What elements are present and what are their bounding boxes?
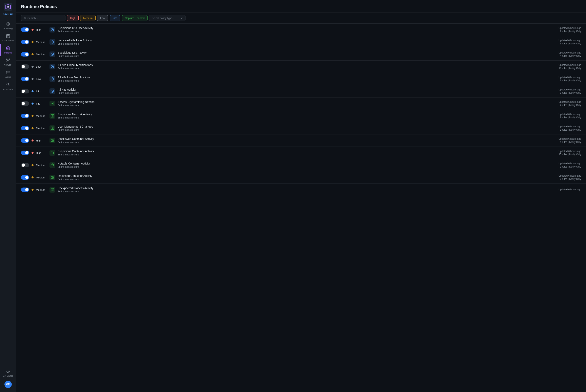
- category-icon: [50, 52, 55, 57]
- category-icon: [50, 138, 55, 143]
- sidebar-item-network[interactable]: Network: [0, 56, 16, 68]
- policy-toggle[interactable]: [21, 126, 29, 130]
- category-icon: [50, 174, 55, 180]
- policy-toggle[interactable]: [21, 188, 29, 192]
- filter-low-button[interactable]: Low: [97, 15, 108, 21]
- policy-name: Suspicious K8s User Activity: [58, 26, 556, 30]
- scan-icon: [6, 22, 11, 26]
- svg-line-18: [7, 59, 8, 60]
- sidebar-item-scanning[interactable]: Scanning: [0, 20, 16, 32]
- policy-toggle[interactable]: [21, 64, 29, 69]
- svg-point-32: [52, 42, 53, 42]
- app-logo[interactable]: [3, 2, 13, 12]
- investigate-icon: [6, 82, 11, 87]
- svg-point-17: [9, 61, 10, 62]
- policy-scope: Entire Infrastructure: [58, 153, 556, 156]
- severity-dot: [32, 102, 34, 104]
- policy-row[interactable]: Medium Inadvised K8s User Activity Entir…: [16, 36, 586, 48]
- policy-toggle[interactable]: [21, 114, 29, 118]
- filter-medium-button[interactable]: Medium: [80, 15, 96, 21]
- policy-row[interactable]: High Suspicious Container Activity Entir…: [16, 147, 586, 159]
- policy-type-select[interactable]: Select policy type...: [149, 15, 185, 21]
- policy-rules: 10 rules | Notify Only: [558, 67, 581, 70]
- policy-toggle[interactable]: [21, 28, 29, 32]
- policy-rules: 6 rules | Notify Only: [558, 42, 581, 45]
- policy-row[interactable]: Medium Unexpected Process Activity Entir…: [16, 184, 586, 196]
- policy-meta: Updated 6 hours ago 6 rules | Notify Onl…: [558, 76, 581, 82]
- policy-meta: Updated 6 hours ago 10 rules | Notify On…: [558, 64, 581, 70]
- severity-label: Medium: [36, 114, 47, 118]
- policy-row[interactable]: Info All K8s Activity Entire Infrastruct…: [16, 85, 586, 98]
- policy-row[interactable]: Medium Suspicious Network Activity Entir…: [16, 110, 586, 122]
- svg-line-21: [9, 61, 9, 61]
- sidebar-item-label: Policies: [4, 52, 12, 54]
- policy-info: Suspicious Container Activity Entire Inf…: [58, 150, 556, 156]
- policy-row[interactable]: Low All K8s Object Modifications Entire …: [16, 60, 586, 73]
- search-input[interactable]: [28, 16, 63, 20]
- policy-scope: Entire Infrastructure: [58, 92, 556, 94]
- policy-name: Suspicious Network Activity: [58, 113, 556, 116]
- sidebar-item-label: Compliance: [2, 39, 14, 42]
- sidebar-item-events[interactable]: Events: [0, 68, 16, 80]
- svg-line-20: [7, 61, 8, 61]
- policy-toggle[interactable]: [21, 52, 29, 56]
- sidebar-bottom: Get Started OR: [0, 367, 16, 390]
- policy-toggle[interactable]: [21, 150, 29, 155]
- page-title: Runtime Policies: [21, 4, 581, 9]
- chevron-down-icon: [180, 17, 183, 20]
- policy-toggle[interactable]: [21, 77, 29, 81]
- policy-row[interactable]: Medium Inadvised Container Activity Enti…: [16, 171, 586, 184]
- rocket-icon: [6, 369, 11, 374]
- svg-point-14: [6, 59, 7, 60]
- filter-capture-button[interactable]: Capture Enabled: [122, 15, 148, 21]
- severity-label: High: [36, 139, 47, 142]
- policy-row[interactable]: High Disallowed Container Activity Entir…: [16, 134, 586, 147]
- policy-meta: Updated 6 hours ago 6 rules | Notify Onl…: [558, 39, 581, 45]
- policy-toggle[interactable]: [21, 89, 29, 94]
- policy-scope: Entire Infrastructure: [58, 116, 556, 119]
- svg-point-38: [52, 103, 53, 104]
- policy-info: Inadvised Container Activity Entire Infr…: [58, 174, 556, 181]
- policy-updated: Updated 6 hours ago: [558, 174, 581, 177]
- policy-toggle[interactable]: [21, 101, 29, 106]
- policy-updated: Updated 6 hours ago: [558, 51, 581, 54]
- policy-row[interactable]: High Suspicious K8s User Activity Entire…: [16, 24, 586, 36]
- policy-name: Inadvised K8s User Activity: [58, 39, 556, 42]
- category-icon: [50, 113, 55, 119]
- policy-row[interactable]: Info Access Cryptomining Network Entire …: [16, 98, 586, 110]
- severity-label: Medium: [36, 164, 47, 167]
- category-icon: [50, 64, 55, 70]
- severity-label: High: [36, 28, 47, 31]
- sidebar-item-investigate[interactable]: Investigate: [0, 80, 16, 92]
- sidebar-item-policies[interactable]: Policies: [0, 44, 16, 56]
- policy-name: Notable Container Activity: [58, 162, 556, 165]
- filter-info-button[interactable]: Info: [110, 15, 120, 21]
- policy-row[interactable]: Medium Notable Container Activity Entire…: [16, 159, 586, 171]
- sidebar-item-get-started[interactable]: Get Started: [0, 367, 16, 379]
- policy-row[interactable]: Medium Suspicious K8s Activity Entire In…: [16, 48, 586, 60]
- policy-scope: Entire Infrastructure: [58, 67, 556, 70]
- sidebar-item-compliance[interactable]: Compliance: [0, 32, 16, 44]
- policy-toggle[interactable]: [21, 40, 29, 44]
- avatar[interactable]: OR: [5, 381, 12, 388]
- severity-dot: [32, 140, 34, 142]
- filter-high-button[interactable]: High: [67, 15, 79, 21]
- policy-toggle[interactable]: [21, 175, 29, 180]
- policy-updated: Updated 6 hours ago: [558, 39, 581, 42]
- policy-name: Unexpected Process Activity: [58, 186, 556, 190]
- policy-info: Disallowed Container Activity Entire Inf…: [58, 137, 556, 144]
- policy-name: Access Cryptomining Network: [58, 100, 556, 104]
- policy-scope: Entire Infrastructure: [58, 178, 556, 181]
- search-box[interactable]: [21, 15, 66, 21]
- policy-name: User Management Changes: [58, 125, 556, 128]
- policy-toggle[interactable]: [21, 163, 29, 167]
- policy-row[interactable]: Medium User Management Changes Entire In…: [16, 122, 586, 134]
- policy-rules: 8 rules | Notify Only: [558, 116, 581, 119]
- svg-line-30: [25, 18, 26, 19]
- policy-name: Suspicious Container Activity: [58, 150, 556, 153]
- svg-line-19: [9, 59, 9, 60]
- policy-toggle[interactable]: [21, 138, 29, 143]
- policy-row[interactable]: Low All K8s User Modifications Entire In…: [16, 73, 586, 85]
- policy-rules: 2 rules | Notify Only: [558, 30, 581, 33]
- policy-rules: 15 rules | Notify Only: [558, 153, 581, 156]
